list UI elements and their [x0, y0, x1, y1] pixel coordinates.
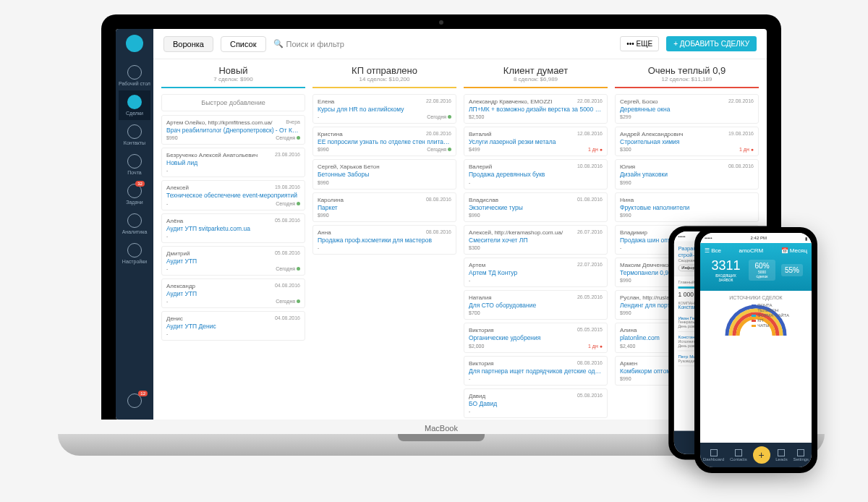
stage-1: КП отправлено14 сделок: $10,200Елена22.0… [309, 65, 460, 414]
more-button[interactable]: ••• ЕЩЕ [620, 36, 659, 51]
sources-chart: ПОЧТАТЕЛЕФОНФОРМА САЙТАКПЧАТЫ [720, 303, 792, 339]
macbook-label: MacBook [425, 424, 458, 433]
phone-tab-3[interactable]: Leads [775, 449, 787, 461]
deal-card[interactable]: Юлия08.08.2016Дизайн упаковки$990 [615, 159, 759, 189]
phone-header: ☰ Все amoCRM 📅 Месяц 3311ВХОДЯЩИХ ЗАЯВОК… [700, 243, 812, 291]
sidebar: Рабочий столСделкиКонтактыПочтаЗадачи32А… [116, 29, 153, 420]
stage-0: Новый7 сделок: $990Быстрое добавлениеАрт… [158, 65, 309, 414]
phone-tabbar: DashboardContacts+LeadsSettings [700, 443, 812, 467]
deal-card[interactable]: Елена22.08.2016Курсы для HR по английско… [312, 94, 456, 124]
sidebar-item-0[interactable]: Рабочий стол [119, 61, 150, 90]
deal-card[interactable]: Денис04.08.2016Аудит УТП Денис- [161, 311, 305, 341]
phone-tab-0[interactable]: Dashboard [703, 449, 724, 461]
nav-icon [127, 243, 142, 258]
deal-card[interactable]: Дмитрий05.08.2016Аудит УТП-Сегодня [161, 246, 305, 276]
quick-add[interactable]: Быстрое добавление [161, 94, 305, 111]
deal-card[interactable]: Артем Олейко, http://kpmfitness.com.ua/В… [161, 115, 305, 145]
stage-title: Клиент думает [464, 65, 608, 76]
topbar: Воронка Список 🔍 Поиск и фильтр ••• ЕЩЕ … [153, 29, 767, 59]
deal-card[interactable]: Андрей Александрович19.08.2016Строительн… [615, 127, 759, 156]
notif-badge: 12 [138, 391, 148, 396]
deal-card[interactable]: Анна08.08.2016Продажа проф.косметики для… [312, 225, 456, 255]
phone-add-button[interactable]: + [753, 446, 770, 464]
sidebar-item-6[interactable]: Настройки [119, 239, 150, 268]
phone-tab-1[interactable]: Contacts [730, 449, 747, 461]
deal-card[interactable]: Александр Кравченко, EMOZZI22.08.2016ЛП+… [464, 94, 608, 124]
sidebar-item-4[interactable]: Задачи32 [119, 179, 150, 209]
nav-icon [127, 124, 142, 139]
add-deal-button[interactable]: + ДОБАВИТЬ СДЕЛКУ [666, 36, 757, 51]
stage-title: Очень теплый 0,9 [615, 65, 759, 76]
deal-card[interactable]: НинаФруктовые наполнители$990 [615, 192, 759, 222]
sidebar-item-5[interactable]: Аналитика [119, 209, 150, 239]
search-input[interactable]: 🔍 Поиск и фильтр [273, 39, 613, 48]
sidebar-item-3[interactable]: Почта [119, 150, 150, 179]
deal-card[interactable]: Владислав01.08.2016Экзотические туры$990 [464, 192, 608, 222]
deal-card[interactable]: Сергей, Боско22.08.2016Деревянные окна$2… [615, 94, 759, 124]
deal-card[interactable]: Валерий10.08.2016Продажа деревянных букв… [464, 159, 608, 189]
stage-title: Новый [161, 65, 305, 76]
phone-device-front: •••••2:42 PM▮ ☰ Все amoCRM 📅 Месяц 3311В… [694, 227, 817, 473]
deal-card[interactable]: Каролина08.08.2016Паркет$990 [312, 192, 456, 222]
deal-card[interactable]: Виталий12.08.2016Услуги лазерной резки м… [464, 127, 608, 156]
app-logo[interactable] [126, 35, 143, 52]
tab-list[interactable]: Список [221, 36, 266, 52]
deal-card[interactable]: Алексей19.08.2016Техническое обеспечение… [161, 180, 305, 210]
phone-tab-4[interactable]: Settings [793, 449, 809, 461]
deal-card[interactable]: Сергей, Харьков БетонБетонные Заборы$990 [312, 159, 456, 189]
sidebar-item-2[interactable]: Контакты [119, 120, 150, 150]
notifications-button[interactable]: 12 [116, 389, 153, 414]
nav-icon [127, 154, 142, 169]
deal-card[interactable]: Безрученко Алексей Анатольевич23.08.2016… [161, 148, 305, 177]
nav-icon [127, 95, 142, 109]
stage-title: КП отправлено [312, 65, 456, 76]
deal-card[interactable]: Алёна05.08.2016Аудит УТП svitparketu.com… [161, 213, 305, 243]
search-icon: 🔍 [273, 39, 284, 48]
deal-card[interactable]: Кристина20.08.2016ЕЕ попросили узнать по… [312, 127, 456, 156]
nav-icon [127, 65, 142, 80]
sidebar-item-1[interactable]: Сделки [119, 90, 150, 120]
nav-icon [127, 213, 142, 228]
deal-card[interactable]: Александр04.08.2016Аудит УТП-Сегодня [161, 278, 305, 308]
tab-funnel[interactable]: Воронка [163, 36, 213, 52]
